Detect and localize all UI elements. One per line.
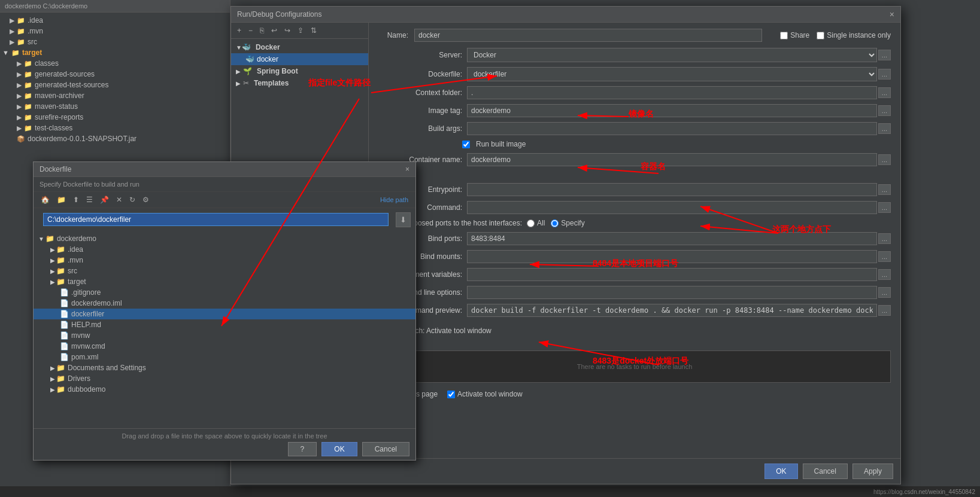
- run-built-image-checkbox[interactable]: [462, 141, 470, 148]
- env-vars-expand-button[interactable]: ...: [878, 269, 891, 280]
- entrypoint-input[interactable]: [467, 183, 877, 196]
- build-args-input[interactable]: [467, 122, 877, 135]
- docker-config-item[interactable]: 🐳 docker: [231, 53, 368, 65]
- bind-mounts-input[interactable]: [467, 250, 877, 263]
- bind-mounts-expand-button[interactable]: ...: [878, 251, 891, 262]
- df-tree-docs[interactable]: ▶ 📁 Documents and Settings: [34, 362, 415, 373]
- entrypoint-expand-button[interactable]: ...: [878, 184, 891, 195]
- sort-button[interactable]: ⇅: [308, 25, 319, 36]
- copy-config-button[interactable]: ⎘: [257, 25, 266, 36]
- df-tree-mvn[interactable]: ▶ 📁 .mvn: [34, 255, 415, 266]
- share-config-button[interactable]: ⇪: [295, 25, 306, 36]
- df-tree-drivers[interactable]: ▶ 📁 Drivers: [34, 373, 415, 384]
- df-tree-dockerdemo[interactable]: ▼ 📁 dockerdemo: [34, 233, 415, 244]
- remove-config-button[interactable]: −: [246, 25, 255, 36]
- cmd-line-opts-expand-button[interactable]: ...: [878, 287, 891, 298]
- cmd-preview-row: Command preview: ...: [378, 304, 891, 317]
- templates-section-header[interactable]: ▶ ✂ Templates: [231, 77, 368, 89]
- container-expand-button[interactable]: ...: [878, 154, 891, 165]
- before-launch-section: Before launch: Activate tool window + − …: [378, 327, 891, 385]
- df-cancel-button[interactable]: Cancel: [362, 442, 409, 456]
- image-tag-input[interactable]: [467, 104, 877, 117]
- image-tag-expand-button[interactable]: ...: [878, 105, 891, 116]
- df-tree-pom[interactable]: 📄 pom.xml: [34, 352, 415, 362]
- df-delete-button[interactable]: ✕: [114, 194, 125, 205]
- undo-button[interactable]: ↩: [269, 25, 280, 36]
- df-tree-mvnw[interactable]: 📄 mvnw: [34, 330, 415, 341]
- df-refresh-button[interactable]: ↻: [127, 194, 138, 205]
- df-folder-button[interactable]: 📁: [54, 194, 68, 205]
- tree-item-mvn[interactable]: ▶ 📁 .mvn: [0, 26, 230, 36]
- df-tree-help[interactable]: 📄 HELP.md: [34, 319, 415, 330]
- build-args-row: Build args: ...: [378, 122, 891, 135]
- redo-button[interactable]: ↪: [282, 25, 293, 36]
- tree-item-src[interactable]: ▶ 📁 src: [0, 36, 230, 47]
- df-view-button[interactable]: ☰: [84, 194, 95, 205]
- container-name-input[interactable]: [467, 153, 877, 166]
- df-tree-dockerfiler[interactable]: 📄 dockerfiler: [34, 309, 415, 319]
- cancel-button[interactable]: Cancel: [803, 464, 848, 479]
- server-select[interactable]: Docker: [467, 48, 877, 62]
- run-built-image-label: Run built image: [476, 140, 526, 148]
- df-ok-button[interactable]: OK: [321, 442, 357, 456]
- df-tree-gitignore[interactable]: 📄 .gitignore: [34, 287, 415, 298]
- tree-item-idea[interactable]: ▶ 📁 .idea: [0, 15, 230, 26]
- df-file-tree: ▼ 📁 dockerdemo ▶ 📁 .idea ▶ 📁 .mvn ▶ 📁 sr…: [34, 231, 415, 428]
- share-checkbox[interactable]: [780, 32, 788, 39]
- cmd-line-opts-input[interactable]: [467, 286, 877, 299]
- apply-button[interactable]: Apply: [852, 464, 893, 479]
- df-pin-button[interactable]: 📌: [98, 194, 111, 205]
- share-row: Share Single instance only: [780, 31, 891, 39]
- cmd-line-opts-input-group: ...: [467, 286, 891, 299]
- add-config-button[interactable]: +: [235, 25, 244, 36]
- df-tree-dubbodemo[interactable]: ▶ 📁 dubbodemo: [34, 384, 415, 395]
- tree-item-maven-status[interactable]: ▶ 📁 maven-status: [0, 101, 230, 112]
- activate-tool-checkbox[interactable]: [447, 391, 455, 398]
- docker-section-header[interactable]: ▼ 🐳 Docker: [231, 41, 368, 53]
- command-input[interactable]: [467, 201, 877, 214]
- tree-item-generated-sources[interactable]: ▶ 📁 generated-sources: [0, 69, 230, 80]
- tree-item-target[interactable]: ▼ 📁 target: [0, 47, 230, 58]
- build-args-expand-button[interactable]: ...: [878, 123, 891, 134]
- dockerfile-select[interactable]: dockerfiler: [467, 67, 877, 81]
- bind-ports-expand-button[interactable]: ...: [878, 233, 891, 244]
- df-tree-idea[interactable]: ▶ 📁 .idea: [34, 244, 415, 255]
- bind-ports-input[interactable]: [467, 232, 877, 245]
- tree-item-surefire[interactable]: ▶ 📁 surefire-reports: [0, 112, 230, 123]
- df-tree-iml[interactable]: 📄 dockerdemo.iml: [34, 298, 415, 309]
- df-up-button[interactable]: ⬆: [71, 194, 81, 205]
- df-home-button[interactable]: 🏠: [38, 194, 52, 205]
- single-instance-checkbox[interactable]: [817, 32, 824, 39]
- env-vars-input[interactable]: [467, 268, 877, 281]
- dockerfile-expand-button[interactable]: ...: [878, 69, 891, 80]
- tree-item-classes[interactable]: ▶ 📁 classes: [0, 58, 230, 69]
- server-expand-button[interactable]: ...: [878, 50, 891, 60]
- bind-ports-row: Bind ports: ...: [378, 232, 891, 245]
- name-input[interactable]: [414, 29, 762, 42]
- context-folder-input[interactable]: [467, 86, 877, 99]
- cmd-preview-expand-button[interactable]: ...: [878, 305, 891, 316]
- context-expand-button[interactable]: ...: [878, 87, 891, 98]
- close-button[interactable]: ×: [890, 10, 894, 19]
- dockerfile-row: Dockerfile: dockerfiler ...: [378, 67, 891, 81]
- df-path-input[interactable]: [43, 213, 389, 226]
- df-help-button[interactable]: ?: [288, 442, 317, 456]
- folder-icon: 📁: [11, 49, 20, 57]
- df-tree-src[interactable]: ▶ 📁 src: [34, 266, 415, 276]
- dockerfile-close-button[interactable]: ×: [405, 165, 409, 173]
- tree-item-test-classes[interactable]: ▶ 📁 test-classes: [0, 123, 230, 133]
- specify-radio[interactable]: [551, 219, 559, 227]
- spring-boot-section-header[interactable]: ▶ 🌱 Spring Boot: [231, 65, 368, 77]
- df-extra-button[interactable]: ⚙: [140, 194, 151, 205]
- tree-item-maven-archiver[interactable]: ▶ 📁 maven-archiver: [0, 90, 230, 101]
- df-tree-target[interactable]: ▶ 📁 target: [34, 276, 415, 287]
- command-expand-button[interactable]: ...: [878, 202, 891, 213]
- tree-item-jar[interactable]: 📦 dockerdemo-0.0.1-SNAPSHOT.jar: [0, 133, 230, 144]
- df-path-btn[interactable]: ⬇: [396, 212, 411, 227]
- hide-path-button[interactable]: Hide path: [378, 195, 411, 205]
- df-tree-mvnwcmd[interactable]: 📄 mvnw.cmd: [34, 341, 415, 352]
- tree-item-generated-test-sources[interactable]: ▶ 📁 generated-test-sources: [0, 80, 230, 90]
- ok-button[interactable]: OK: [764, 464, 797, 479]
- file-icon: 📄: [60, 353, 69, 361]
- all-radio[interactable]: [527, 219, 535, 227]
